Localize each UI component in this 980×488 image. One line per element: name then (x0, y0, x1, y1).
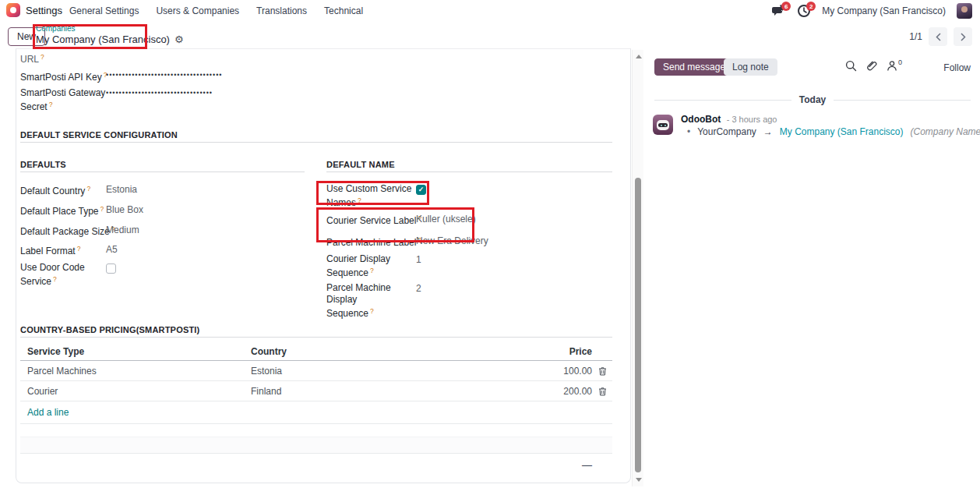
app-switcher[interactable]: Settings (6, 3, 62, 17)
message-header: OdooBot - 3 hours ago (681, 114, 777, 125)
menu-technical[interactable]: Technical (324, 5, 363, 16)
price-sum-placeholder: — (499, 459, 592, 471)
followers-icon[interactable]: 0 (887, 60, 902, 72)
courier-service-label-field[interactable]: Kuller (uksele) (416, 214, 476, 225)
date-divider: Today (654, 94, 971, 105)
menu-users-companies[interactable]: Users & Companies (156, 5, 239, 16)
api-key-field[interactable]: •••••••••••••••••••••••••••••••••••• (106, 71, 222, 79)
divider (326, 172, 612, 172)
odoo-apps-icon[interactable] (6, 3, 20, 17)
help-icon: ? (100, 205, 104, 213)
field-label-label-format: Label Format? (20, 243, 80, 257)
chatter-panel: Send message Log note 0 Follow Today (648, 48, 980, 488)
help-icon: ? (370, 307, 374, 315)
field-label-url: URL? (20, 51, 44, 65)
chatter-toolbar: 0 (845, 60, 902, 72)
default-country-field[interactable]: Estonia (106, 184, 137, 195)
log-note-button[interactable]: Log note (724, 58, 777, 76)
pricing-table-row[interactable]: Courier Finland 200.00 (20, 381, 612, 401)
add-a-line-link[interactable]: Add a line (20, 407, 69, 418)
menu-general-settings[interactable]: General Settings (69, 5, 139, 16)
message-author[interactable]: OdooBot (681, 114, 721, 125)
odoobot-avatar (653, 115, 673, 135)
vertical-scrollbar[interactable] (632, 50, 643, 486)
top-navbar: Settings General Settings Users & Compan… (0, 0, 980, 22)
use-door-code-checkbox[interactable] (106, 263, 116, 274)
tracking-change-line: • YourCompany → My Company (San Francisc… (687, 126, 980, 137)
pager-previous-button[interactable] (929, 27, 947, 46)
delete-row-icon[interactable] (592, 387, 612, 396)
default-place-type-field[interactable]: Blue Box (106, 204, 143, 215)
send-message-button[interactable]: Send message (654, 58, 734, 76)
help-icon: ? (358, 196, 361, 204)
column-header-service-type[interactable]: Service Type (20, 346, 251, 357)
app-menu: General Settings Users & Companies Trans… (69, 0, 363, 22)
help-icon: ? (370, 267, 374, 274)
help-icon: ? (41, 53, 44, 61)
use-custom-service-names-checkbox[interactable]: ✓ (416, 185, 426, 195)
activities-icon[interactable]: 2 (797, 4, 811, 18)
company-switcher[interactable]: My Company (San Francisco) (822, 5, 946, 16)
field-label-use-door-code: Use Door Code Service? (20, 262, 106, 288)
field-label-gateway-secret: SmartPosti Gateway Secret? (20, 87, 106, 113)
delete-row-icon[interactable] (592, 366, 612, 376)
cell-country[interactable]: Estonia (251, 366, 499, 377)
follow-button[interactable]: Follow (943, 62, 971, 73)
messages-badge: 6 (781, 2, 791, 11)
help-icon: ? (53, 275, 57, 283)
pricing-table-row[interactable]: Parcel Machines Estonia 100.00 (20, 361, 612, 381)
field-label-default-country: Default Country? (20, 183, 90, 197)
column-header-price[interactable]: Price (499, 346, 592, 357)
activities-badge: 2 (806, 2, 816, 11)
message-timestamp: - 3 hours ago (727, 115, 777, 124)
field-label-default-package-size: Default Package Size? (20, 224, 115, 238)
label-format-field[interactable]: A5 (106, 244, 118, 255)
scroll-down-arrow[interactable] (636, 478, 642, 482)
cell-price[interactable]: 200.00 (499, 386, 592, 397)
pager: 1/1 (909, 27, 972, 46)
divider (20, 337, 612, 338)
breadcrumb-current-record: My Company (San Francisco) (36, 34, 170, 44)
cell-country[interactable]: Finland (251, 386, 499, 397)
tracking-new-value[interactable]: My Company (San Francisco) (780, 126, 904, 137)
section-default-name: DEFAULT NAME (326, 160, 395, 169)
parcel-machine-label-field[interactable]: New Era Delivery (416, 235, 488, 246)
section-defaults: DEFAULTS (20, 160, 66, 169)
followers-count: 0 (898, 58, 902, 66)
breadcrumb: Companies My Company (San Francisco) ⚙ (36, 25, 184, 44)
pricing-table-header: Service Type Country Price (20, 342, 612, 361)
section-country-based-pricing: COUNTRY-BASED PRICING(SMARTPOSTI) (20, 325, 199, 334)
messages-icon[interactable]: 6 (772, 4, 786, 18)
default-package-size-field[interactable]: Medium (106, 225, 139, 235)
attachment-icon[interactable] (866, 60, 877, 72)
field-label-courier-service-label: Courier Service Label? (326, 213, 421, 227)
breadcrumb-companies-link[interactable]: Companies (36, 25, 184, 33)
scroll-up-arrow[interactable] (636, 55, 642, 58)
arrow-right-icon: → (763, 126, 773, 137)
scrollbar-thumb[interactable] (635, 178, 641, 472)
pricing-table-empty-row (20, 437, 612, 454)
courier-display-sequence-field[interactable]: 1 (416, 254, 421, 265)
cell-service-type[interactable]: Courier (20, 386, 251, 397)
app-name[interactable]: Settings (26, 5, 62, 16)
column-header-country[interactable]: Country (251, 346, 499, 357)
gateway-secret-field[interactable]: ••••••••••••••••••••••••••••••••• (106, 89, 213, 97)
field-label-default-place-type: Default Place Type? (20, 203, 104, 217)
parcel-machine-display-sequence-field[interactable]: 2 (416, 283, 421, 294)
cell-service-type[interactable]: Parcel Machines (20, 366, 251, 377)
search-messages-icon[interactable] (845, 60, 857, 72)
pricing-table-empty-row (20, 424, 612, 437)
systray: 6 2 My Company (San Francisco) (772, 0, 972, 22)
pager-count: 1/1 (909, 31, 922, 42)
gear-icon[interactable]: ⚙ (174, 34, 184, 44)
field-label-parcel-machine-display-sequence: Parcel Machine Display Sequence? (326, 282, 424, 320)
form-sheet: URL? SmartPosti API Key? •••••••••••••••… (16, 48, 631, 483)
menu-translations[interactable]: Translations (256, 5, 307, 16)
help-icon: ? (86, 185, 90, 193)
cell-price[interactable]: 100.00 (499, 366, 592, 377)
pricing-table-footer: — (20, 458, 612, 472)
user-avatar[interactable] (957, 3, 972, 19)
field-label-parcel-machine-label: Parcel Machine Label? (326, 235, 421, 249)
tracking-field-name: (Company Name) (911, 126, 980, 137)
pager-next-button[interactable] (954, 27, 972, 46)
